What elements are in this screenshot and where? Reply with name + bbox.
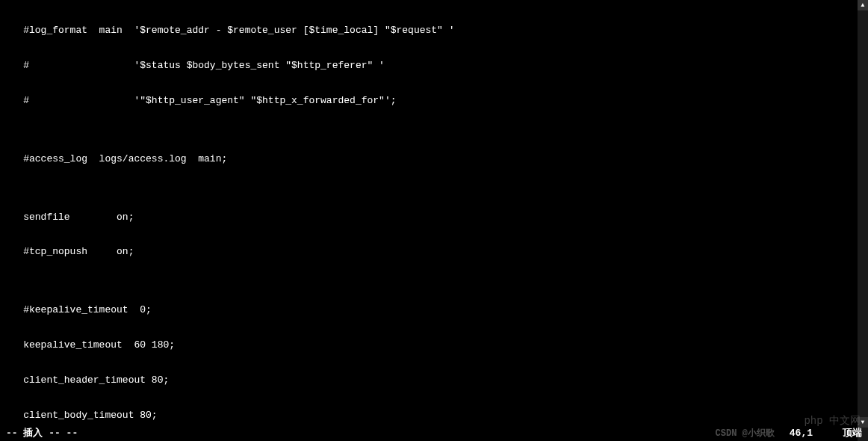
- watermark-text: php 中文网: [804, 415, 861, 428]
- terminal-editor[interactable]: #log_format main '$remote_addr - $remote…: [0, 0, 868, 441]
- code-line: client_header_timeout 80;: [0, 374, 868, 386]
- vim-status-bar: -- 插入 -- -- CSDN @小织歌 46,1 顶端: [0, 428, 868, 440]
- scroll-position: 顶端: [843, 428, 862, 440]
- code-line: keepalive_timeout 60 180;: [0, 339, 868, 351]
- scroll-up-icon[interactable]: ▲: [858, 0, 868, 10]
- code-line: #access_log logs/access.log main;: [0, 153, 868, 165]
- code-line: #keepalive_timeout 0;: [0, 304, 868, 316]
- code-line: #tcp_nopush on;: [0, 246, 868, 258]
- cursor-position: 46,1: [790, 428, 813, 440]
- scrollbar[interactable]: ▲ ▼: [858, 0, 868, 441]
- code-line: client_body_timeout 80;: [0, 410, 868, 422]
- code-line: sendfile on;: [0, 212, 868, 223]
- watermark-csdn: CSDN @小织歌: [716, 428, 775, 439]
- code-line: # '$status $body_bytes_sent "$http_refer…: [0, 60, 868, 72]
- vim-mode-indicator: -- 插入 -- --: [6, 428, 78, 440]
- code-line: # '"$http_user_agent" "$http_x_forwarded…: [0, 95, 868, 107]
- code-line: #log_format main '$remote_addr - $remote…: [0, 25, 868, 37]
